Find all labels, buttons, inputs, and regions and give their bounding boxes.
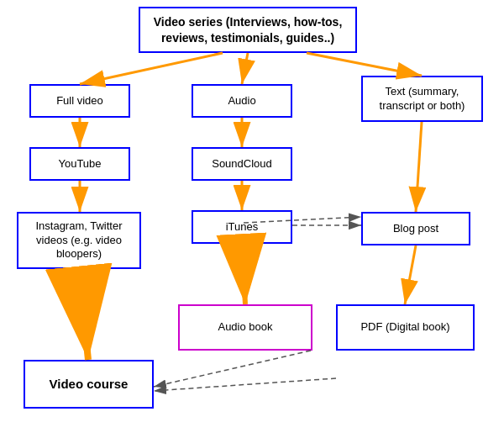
svg-line-4 bbox=[242, 53, 248, 84]
svg-line-10 bbox=[416, 122, 422, 212]
svg-line-5 bbox=[307, 53, 422, 76]
audio-book-node: Audio book bbox=[178, 304, 312, 351]
svg-line-16 bbox=[154, 378, 336, 391]
svg-line-15 bbox=[154, 351, 311, 387]
svg-line-13 bbox=[79, 269, 88, 360]
soundcloud-node: SoundCloud bbox=[192, 147, 292, 181]
itunes-node: iTunes bbox=[192, 210, 292, 244]
instagram-twitter-node: Instagram, Twitter videos (e.g. video bl… bbox=[17, 212, 141, 269]
svg-line-12 bbox=[405, 245, 416, 304]
text-summary-node: Text (summary, transcript or both) bbox=[361, 76, 483, 122]
youtube-node: YouTube bbox=[29, 147, 130, 181]
pdf-book-node: PDF (Digital book) bbox=[336, 304, 475, 351]
video-course-node: Video course bbox=[24, 360, 154, 409]
video-series-node: Video series (Interviews, how-tos, revie… bbox=[139, 7, 357, 53]
svg-line-11 bbox=[242, 244, 245, 304]
audio-node: Audio bbox=[192, 84, 292, 118]
svg-line-3 bbox=[80, 53, 223, 84]
blog-post-node: Blog post bbox=[361, 212, 470, 245]
full-video-node: Full video bbox=[29, 84, 130, 118]
